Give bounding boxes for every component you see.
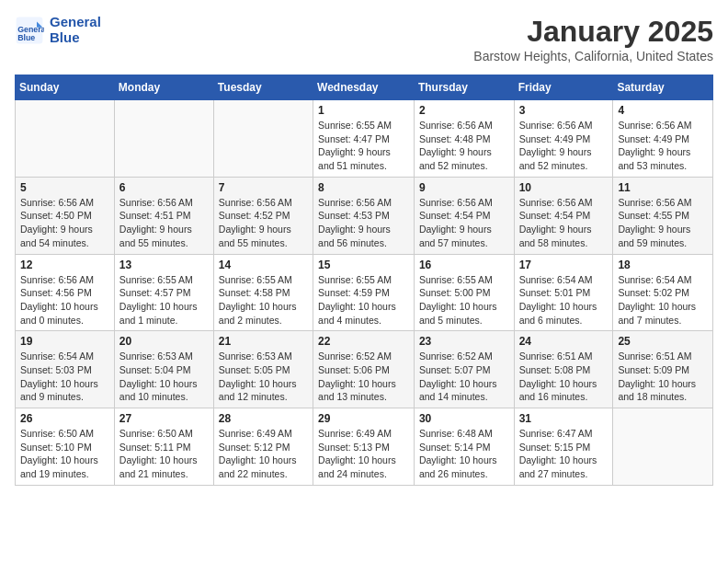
day-info: Sunrise: 6:48 AM Sunset: 5:14 PM Dayligh… [419, 427, 509, 481]
day-info: Sunrise: 6:47 AM Sunset: 5:15 PM Dayligh… [519, 427, 609, 481]
column-header-friday: Friday [514, 75, 613, 100]
calendar-header-row: SundayMondayTuesdayWednesdayThursdayFrid… [16, 75, 713, 100]
calendar-week-row: 26Sunrise: 6:50 AM Sunset: 5:10 PM Dayli… [16, 408, 713, 486]
day-info: Sunrise: 6:56 AM Sunset: 4:48 PM Dayligh… [419, 119, 509, 173]
calendar-cell [613, 408, 713, 486]
calendar-cell: 2Sunrise: 6:56 AM Sunset: 4:48 PM Daylig… [414, 100, 514, 178]
day-number: 9 [419, 181, 509, 194]
calendar-cell: 14Sunrise: 6:55 AM Sunset: 4:58 PM Dayli… [213, 254, 313, 331]
calendar-cell: 8Sunrise: 6:56 AM Sunset: 4:53 PM Daylig… [313, 177, 415, 254]
title-block: January 2025 Barstow Heights, California… [473, 15, 713, 63]
day-info: Sunrise: 6:55 AM Sunset: 4:47 PM Dayligh… [318, 119, 409, 173]
logo-text-line2: Blue [50, 30, 101, 46]
day-info: Sunrise: 6:49 AM Sunset: 5:13 PM Dayligh… [318, 427, 409, 481]
day-info: Sunrise: 6:53 AM Sunset: 5:04 PM Dayligh… [119, 350, 209, 404]
logo: General Blue General Blue [15, 15, 101, 45]
calendar-cell: 6Sunrise: 6:56 AM Sunset: 4:51 PM Daylig… [114, 177, 213, 254]
day-number: 21 [219, 335, 308, 348]
calendar-cell: 3Sunrise: 6:56 AM Sunset: 4:49 PM Daylig… [514, 100, 613, 178]
day-info: Sunrise: 6:50 AM Sunset: 5:10 PM Dayligh… [20, 427, 109, 481]
day-info: Sunrise: 6:51 AM Sunset: 5:08 PM Dayligh… [519, 350, 609, 404]
day-number: 20 [119, 335, 209, 348]
calendar-cell [16, 100, 115, 178]
calendar-cell: 12Sunrise: 6:56 AM Sunset: 4:56 PM Dayli… [16, 254, 115, 331]
calendar-cell: 17Sunrise: 6:54 AM Sunset: 5:01 PM Dayli… [514, 254, 613, 331]
day-number: 17 [519, 259, 609, 271]
day-info: Sunrise: 6:56 AM Sunset: 4:55 PM Dayligh… [618, 196, 708, 250]
calendar-cell: 10Sunrise: 6:56 AM Sunset: 4:54 PM Dayli… [514, 177, 613, 254]
month-title: January 2025 [473, 15, 713, 49]
calendar-cell: 4Sunrise: 6:56 AM Sunset: 4:49 PM Daylig… [613, 100, 713, 178]
day-info: Sunrise: 6:56 AM Sunset: 4:53 PM Dayligh… [318, 196, 409, 250]
day-info: Sunrise: 6:56 AM Sunset: 4:50 PM Dayligh… [20, 196, 109, 250]
calendar-cell: 19Sunrise: 6:54 AM Sunset: 5:03 PM Dayli… [16, 331, 115, 408]
day-number: 14 [219, 259, 308, 271]
calendar-cell: 24Sunrise: 6:51 AM Sunset: 5:08 PM Dayli… [514, 331, 613, 408]
day-info: Sunrise: 6:50 AM Sunset: 5:11 PM Dayligh… [119, 427, 209, 481]
logo-text-line1: General [50, 15, 101, 30]
calendar-cell: 25Sunrise: 6:51 AM Sunset: 5:09 PM Dayli… [613, 331, 713, 408]
calendar-cell: 5Sunrise: 6:56 AM Sunset: 4:50 PM Daylig… [16, 177, 115, 254]
column-header-tuesday: Tuesday [213, 75, 313, 100]
calendar-week-row: 12Sunrise: 6:56 AM Sunset: 4:56 PM Dayli… [16, 254, 713, 331]
day-number: 11 [618, 181, 708, 194]
calendar-week-row: 5Sunrise: 6:56 AM Sunset: 4:50 PM Daylig… [16, 177, 713, 254]
calendar-cell: 23Sunrise: 6:52 AM Sunset: 5:07 PM Dayli… [414, 331, 514, 408]
calendar-cell: 16Sunrise: 6:55 AM Sunset: 5:00 PM Dayli… [414, 254, 514, 331]
day-number: 22 [318, 335, 409, 348]
day-info: Sunrise: 6:56 AM Sunset: 4:52 PM Dayligh… [219, 196, 308, 250]
day-number: 16 [419, 259, 509, 271]
day-number: 18 [618, 259, 708, 271]
calendar-cell: 15Sunrise: 6:55 AM Sunset: 4:59 PM Dayli… [313, 254, 415, 331]
calendar-cell: 13Sunrise: 6:55 AM Sunset: 4:57 PM Dayli… [114, 254, 213, 331]
day-number: 23 [419, 335, 509, 348]
calendar-week-row: 1Sunrise: 6:55 AM Sunset: 4:47 PM Daylig… [16, 100, 713, 178]
column-header-wednesday: Wednesday [313, 75, 415, 100]
day-info: Sunrise: 6:51 AM Sunset: 5:09 PM Dayligh… [618, 350, 708, 404]
day-info: Sunrise: 6:55 AM Sunset: 4:59 PM Dayligh… [318, 273, 409, 327]
day-info: Sunrise: 6:56 AM Sunset: 4:49 PM Dayligh… [618, 119, 708, 173]
column-header-monday: Monday [114, 75, 213, 100]
day-number: 12 [20, 259, 109, 271]
day-info: Sunrise: 6:56 AM Sunset: 4:51 PM Dayligh… [119, 196, 209, 250]
day-number: 29 [318, 412, 409, 425]
day-info: Sunrise: 6:55 AM Sunset: 5:00 PM Dayligh… [419, 273, 509, 327]
column-header-saturday: Saturday [613, 75, 713, 100]
day-info: Sunrise: 6:55 AM Sunset: 4:58 PM Dayligh… [219, 273, 308, 327]
day-number: 27 [119, 412, 209, 425]
logo-icon: General Blue [15, 16, 44, 45]
calendar-week-row: 19Sunrise: 6:54 AM Sunset: 5:03 PM Dayli… [16, 331, 713, 408]
day-info: Sunrise: 6:56 AM Sunset: 4:54 PM Dayligh… [519, 196, 609, 250]
calendar-table: SundayMondayTuesdayWednesdayThursdayFrid… [15, 75, 713, 486]
calendar-cell: 7Sunrise: 6:56 AM Sunset: 4:52 PM Daylig… [213, 177, 313, 254]
day-number: 10 [519, 181, 609, 194]
day-number: 4 [618, 104, 708, 117]
column-header-thursday: Thursday [414, 75, 514, 100]
day-info: Sunrise: 6:55 AM Sunset: 4:57 PM Dayligh… [119, 273, 209, 327]
day-number: 30 [419, 412, 509, 425]
calendar-cell: 18Sunrise: 6:54 AM Sunset: 5:02 PM Dayli… [613, 254, 713, 331]
day-number: 2 [419, 104, 509, 117]
calendar-cell [213, 100, 313, 178]
calendar-cell [114, 100, 213, 178]
day-info: Sunrise: 6:52 AM Sunset: 5:07 PM Dayligh… [419, 350, 509, 404]
day-info: Sunrise: 6:56 AM Sunset: 4:54 PM Dayligh… [419, 196, 509, 250]
day-number: 7 [219, 181, 308, 194]
day-info: Sunrise: 6:54 AM Sunset: 5:01 PM Dayligh… [519, 273, 609, 327]
calendar-cell: 29Sunrise: 6:49 AM Sunset: 5:13 PM Dayli… [313, 408, 415, 486]
calendar-cell: 22Sunrise: 6:52 AM Sunset: 5:06 PM Dayli… [313, 331, 415, 408]
svg-text:Blue: Blue [17, 33, 35, 42]
column-header-sunday: Sunday [16, 75, 115, 100]
day-info: Sunrise: 6:56 AM Sunset: 4:56 PM Dayligh… [20, 273, 109, 327]
calendar-cell: 28Sunrise: 6:49 AM Sunset: 5:12 PM Dayli… [213, 408, 313, 486]
day-info: Sunrise: 6:54 AM Sunset: 5:03 PM Dayligh… [20, 350, 109, 404]
calendar-cell: 27Sunrise: 6:50 AM Sunset: 5:11 PM Dayli… [114, 408, 213, 486]
calendar-cell: 11Sunrise: 6:56 AM Sunset: 4:55 PM Dayli… [613, 177, 713, 254]
day-number: 8 [318, 181, 409, 194]
calendar-cell: 30Sunrise: 6:48 AM Sunset: 5:14 PM Dayli… [414, 408, 514, 486]
day-number: 5 [20, 181, 109, 194]
day-info: Sunrise: 6:56 AM Sunset: 4:49 PM Dayligh… [519, 119, 609, 173]
day-info: Sunrise: 6:52 AM Sunset: 5:06 PM Dayligh… [318, 350, 409, 404]
day-info: Sunrise: 6:53 AM Sunset: 5:05 PM Dayligh… [219, 350, 308, 404]
day-number: 1 [318, 104, 409, 117]
